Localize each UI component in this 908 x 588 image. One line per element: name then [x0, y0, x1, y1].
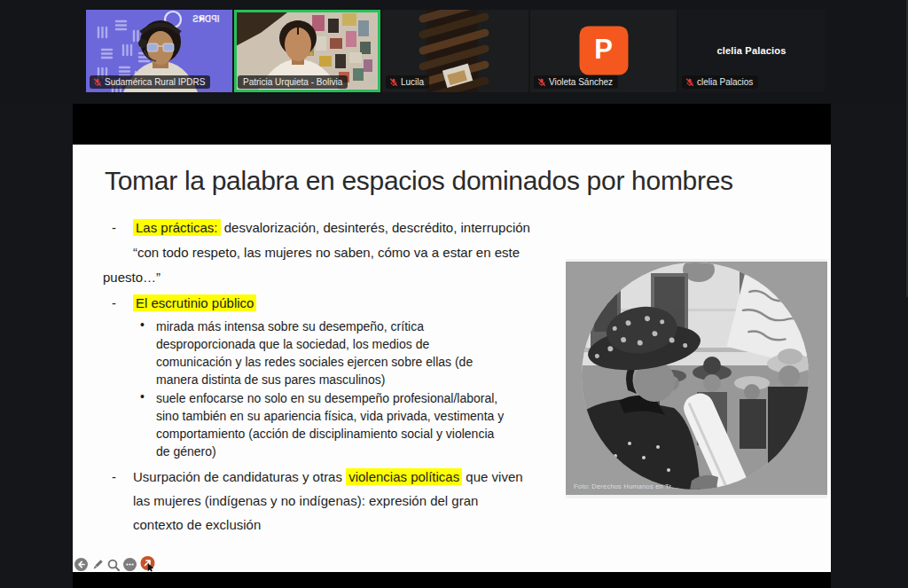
- bullet-text: que viven: [462, 469, 522, 484]
- dot-marker: •: [140, 318, 156, 388]
- mic-muted-icon: [537, 78, 546, 87]
- dash-marker: -: [112, 220, 133, 235]
- bullet-text: Usurpación de candidaturas y otras: [133, 469, 346, 484]
- text-line: las mujeres (indígenas y no indígenas): …: [133, 489, 523, 513]
- mic-muted-icon: [93, 78, 102, 87]
- magnifier-zoom-button[interactable]: [107, 559, 120, 571]
- sub-bullet-enfocarse: • suele enfocarse no solo en su desempeñ…: [140, 389, 504, 460]
- text-line: suele enfocarse no solo en su desempeño …: [156, 389, 504, 407]
- sub-bullet-lines: mirada más intensa sobre su desempeño, c…: [156, 318, 473, 388]
- participant-name: Lucila: [401, 77, 424, 87]
- highlighted-text: El escrutinio público: [133, 294, 256, 311]
- dot-marker: •: [140, 389, 156, 460]
- participant-tile-sudamerica-rural[interactable]: IPDRS Sudamérica Rural IPDRS: [86, 10, 232, 92]
- participant-display-name: clelia Palacios: [678, 45, 825, 56]
- participant-name: clelia Palacios: [697, 77, 753, 87]
- photo-caption: Foto: Derechos Humanos en Tr…: [574, 482, 678, 490]
- sub-bullet-lines: suele enfocarse no solo en su desempeño …: [156, 389, 504, 460]
- pencil-draw-button[interactable]: [91, 559, 104, 571]
- slide-title: Tomar la palabra en espacios dominados p…: [105, 166, 733, 196]
- text-line: manera distinta de sus pares masculinos): [156, 371, 473, 388]
- participant-tile-clelia-palacios[interactable]: clelia Palacios clelia Palacios: [678, 10, 825, 92]
- ipdrs-logo-mirrored: IPDRS: [192, 14, 220, 24]
- zoom-meeting-window: { "participants": [ {"label": "Sudaméric…: [0, 0, 908, 588]
- quote-line-1: “con todo respeto, las mujeres no saben,…: [133, 245, 520, 260]
- participant-tile-violeta-sanchez[interactable]: P Violeta Sánchez: [530, 10, 677, 92]
- bullet-las-practicas: -Las prácticas: desvalorización, desinte…: [112, 220, 530, 235]
- participant-filmstrip: IPDRS Sudamérica Rural IPDRS: [0, 0, 908, 104]
- screen-share-area: Tomar la palabra en espacios dominados p…: [73, 104, 831, 588]
- participant-name-tag: Patricia Urquieta - Bolivia: [238, 75, 348, 89]
- pointer-button[interactable]: [140, 556, 157, 573]
- participant-name-tag: Violeta Sánchez: [534, 75, 618, 89]
- annotation-toolbar: [74, 556, 157, 573]
- avatar: P: [579, 26, 628, 74]
- text-line: comunicación y las redes sociales ejerce…: [156, 353, 473, 371]
- bullet-text: desvalorización, desinterés, descrédito,…: [221, 220, 530, 235]
- text-line: de género): [156, 443, 504, 460]
- sub-bullet-mirada: • mirada más intensa sobre su desempeño,…: [140, 318, 473, 388]
- highlighted-text: violencias políticas: [346, 468, 462, 485]
- participant-name-tag: Sudamérica Rural IPDRS: [90, 75, 210, 89]
- participant-name: Sudamérica Rural IPDRS: [105, 77, 205, 87]
- bullet-escrutinio-publico: -El escrutinio público: [112, 295, 256, 310]
- text-line: Usurpación de candidaturas y otras viole…: [133, 465, 523, 489]
- back-arrow-button[interactable]: [74, 558, 88, 571]
- participant-tile-patricia-urquieta[interactable]: Patricia Urquieta - Bolivia: [234, 10, 380, 92]
- text-line: mirada más intensa sobre su desempeño, c…: [156, 318, 473, 335]
- protest-photo: Foto: Derechos Humanos en Tr…: [566, 259, 827, 498]
- dash-marker: -: [112, 295, 133, 310]
- participant-name-tag: Lucila: [386, 75, 429, 89]
- dash-marker: -: [112, 465, 116, 489]
- text-line: comportamiento (acción de disciplinamien…: [156, 425, 504, 443]
- participant-name-tag: clelia Palacios: [682, 75, 758, 89]
- more-options-button[interactable]: [123, 558, 137, 571]
- participant-name: Violeta Sánchez: [549, 77, 613, 87]
- mic-muted-icon: [389, 78, 398, 87]
- quote-line-2: puesto…”: [103, 270, 160, 285]
- presentation-slide: Tomar la palabra en espacios dominados p…: [73, 145, 831, 572]
- avatar-letter: P: [594, 34, 613, 66]
- bullet-usurpacion: Usurpación de candidaturas y otras viole…: [133, 465, 523, 537]
- participant-name: Patricia Urquieta - Bolivia: [243, 77, 342, 87]
- text-line: contexto de exclusión: [133, 513, 523, 537]
- text-line: sino también en su apariencia física, vi…: [156, 407, 504, 425]
- highlighted-text: Las prácticas:: [133, 219, 221, 236]
- text-line: desproporcionada que la sociedad, los me…: [156, 335, 473, 353]
- mic-muted-icon: [685, 78, 694, 87]
- participant-tile-lucila[interactable]: Lucila: [382, 10, 528, 92]
